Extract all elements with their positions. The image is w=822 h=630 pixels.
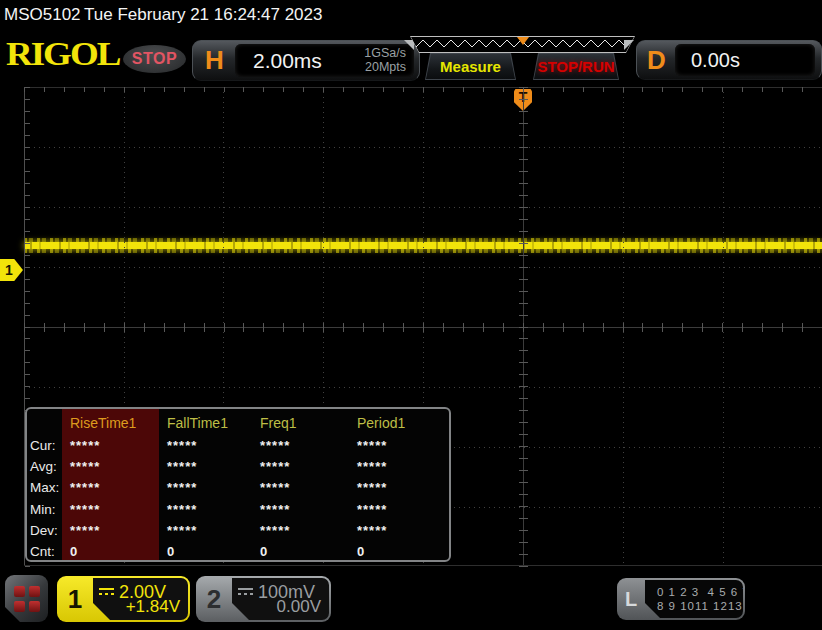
grid-tick <box>519 434 528 435</box>
stop-run-button[interactable]: STOP/RUN <box>533 53 619 80</box>
measurement-column-falltime[interactable]: FallTime1 <box>159 409 252 435</box>
grid-tick <box>204 87 205 92</box>
grid-tick <box>519 542 528 543</box>
dc-coupling-icon <box>238 588 253 597</box>
toolbar: RIGOL STOP H 2.00ms 1GSa/s 20Mpts Measur… <box>0 30 822 86</box>
grid-tick <box>519 530 528 531</box>
channel1-widget[interactable]: 1 2.00V +1.84V <box>57 576 190 622</box>
horizontal-panel[interactable]: H 2.00ms 1GSa/s 20Mpts <box>192 40 420 81</box>
grid-tick <box>144 323 145 332</box>
channel1-values: 2.00V +1.84V <box>93 578 188 620</box>
measurement-value-falltime1-cnt: 0 <box>159 541 252 562</box>
grid-tick <box>519 231 528 232</box>
grid-tick <box>519 303 528 304</box>
menu-button[interactable] <box>5 575 48 622</box>
logic-label: L <box>617 578 645 620</box>
grid-tick <box>25 255 30 256</box>
measurement-value-period1-min: ***** <box>349 499 449 520</box>
grid-tick <box>25 111 30 112</box>
channel2-widget[interactable]: 2 100mV 0.00V <box>196 576 331 622</box>
grid-tick <box>519 482 528 483</box>
grid-tick <box>164 323 165 332</box>
grid-tick <box>25 338 30 339</box>
grid-tick <box>224 87 225 92</box>
grid-tick <box>25 374 30 375</box>
measurement-value-freq1-cnt: 0 <box>252 541 349 562</box>
grid-tick <box>623 87 624 92</box>
measurement-value-period1-cnt: 0 <box>349 541 449 562</box>
grid-tick <box>519 147 528 148</box>
grid-tick <box>722 87 723 92</box>
horizontal-label: H <box>205 45 224 76</box>
grid-tick <box>84 323 85 332</box>
grid-tick <box>403 87 404 92</box>
grid-tick <box>642 323 643 332</box>
grid-tick <box>383 323 384 332</box>
grid-tick <box>343 87 344 92</box>
grid-tick <box>519 494 528 495</box>
grid-tick <box>243 87 244 92</box>
logic-channel-list: 0 1 2 3 4 5 6 7 8 9 1011 12131415 <box>645 580 743 618</box>
channel1-ground-marker[interactable]: 1 <box>0 259 23 281</box>
grid-tick <box>184 323 185 332</box>
channel2-offset: 0.00V <box>277 597 321 617</box>
grid-tick <box>25 279 30 280</box>
grid-tick <box>25 267 30 268</box>
grid-tick <box>519 135 528 136</box>
grid-tick <box>25 362 30 363</box>
grid-tick <box>403 323 404 332</box>
grid-tick <box>25 398 30 399</box>
grid-tick <box>144 87 145 92</box>
grid-tick <box>519 362 528 363</box>
measure-button[interactable]: Measure <box>425 53 516 80</box>
grid-tick <box>519 386 528 387</box>
grid-bottom-edge <box>24 565 822 566</box>
grid-tick <box>25 291 30 292</box>
grid-tick <box>802 323 803 332</box>
delay-panel[interactable]: D 0.00s <box>636 40 822 80</box>
grid-tick <box>25 207 30 208</box>
grid-tick <box>519 315 528 316</box>
grid-tick <box>104 87 105 92</box>
grid-tick <box>603 87 604 92</box>
grid-tick <box>204 323 205 332</box>
grid-tick <box>742 87 743 92</box>
grid-tick <box>25 147 30 148</box>
grid-tick <box>25 99 30 100</box>
grid-tick <box>503 323 504 332</box>
grid-tick <box>702 323 703 332</box>
grid-tick <box>519 195 528 196</box>
grid-tick <box>64 87 65 92</box>
grid-tick <box>323 323 324 332</box>
grid-tick <box>543 323 544 332</box>
model-name: MSO5102 <box>4 5 81 25</box>
grid-tick <box>503 87 504 92</box>
measure-button-label: Measure <box>440 58 501 75</box>
run-state-badge: STOP <box>123 45 186 73</box>
measurement-column-freq[interactable]: Freq1 <box>252 409 349 435</box>
grid-tick <box>124 87 125 92</box>
measurement-corner <box>27 409 62 435</box>
grid-tick <box>443 323 444 332</box>
measurement-row-label: Avg: <box>27 456 62 477</box>
measurement-value-period1-max: ***** <box>349 477 449 498</box>
measurement-column-risetime[interactable]: RiseTime1 <box>62 409 159 435</box>
grid-tick <box>243 323 244 332</box>
measurement-column-period[interactable]: Period1 <box>349 409 449 435</box>
grid-tick <box>563 323 564 332</box>
channel2-number: 2 <box>196 576 232 622</box>
grid-tick <box>519 267 528 268</box>
grid-tick <box>519 422 528 423</box>
menu-grid-icon <box>14 586 40 612</box>
grid-tick <box>263 323 264 332</box>
measurement-value-freq1-max: ***** <box>252 477 349 498</box>
grid-tick <box>303 87 304 92</box>
logic-channels-widget[interactable]: L 0 1 2 3 4 5 6 7 8 9 1011 12131415 <box>617 578 745 620</box>
grid-tick <box>423 87 424 92</box>
measurement-row-label: Dev: <box>27 520 62 541</box>
grid-tick <box>164 87 165 92</box>
grid-tick <box>519 470 528 471</box>
channel1-marker-label: 1 <box>0 262 13 278</box>
measurement-value-freq1-avg: ***** <box>252 456 349 477</box>
grid-tick <box>283 87 284 92</box>
